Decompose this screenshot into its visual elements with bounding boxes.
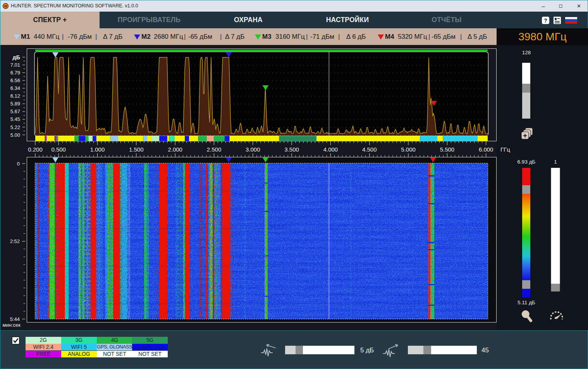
svg-text:4.000: 4.000 bbox=[323, 146, 338, 153]
svg-text:5:44: 5:44 bbox=[10, 316, 20, 322]
svg-text:0.500: 0.500 bbox=[51, 146, 66, 153]
svg-text:3.500: 3.500 bbox=[284, 146, 299, 153]
svg-text:5.45: 5.45 bbox=[10, 116, 20, 122]
svg-text:4.500: 4.500 bbox=[362, 146, 377, 153]
svg-text:1.500: 1.500 bbox=[129, 146, 144, 153]
svg-text:2.000: 2.000 bbox=[168, 146, 182, 153]
svg-text:5.67: 5.67 bbox=[10, 109, 20, 114]
svg-text:3.000: 3.000 bbox=[246, 146, 260, 153]
svg-text:H: H bbox=[4, 4, 7, 8]
svg-text:6.93 дБ: 6.93 дБ bbox=[518, 159, 536, 165]
svg-text:6.79: 6.79 bbox=[10, 70, 20, 76]
svg-text:0.200: 0.200 bbox=[28, 146, 43, 153]
svg-text:6.56: 6.56 bbox=[10, 78, 20, 83]
svg-text:5.22: 5.22 bbox=[10, 124, 20, 130]
svg-text:2.500: 2.500 bbox=[207, 146, 222, 153]
svg-text:6.000: 6.000 bbox=[479, 146, 493, 153]
svg-text:?: ? bbox=[544, 17, 547, 24]
svg-text:мин:сек: мин:сек bbox=[3, 322, 21, 328]
svg-text:дБ: дБ bbox=[12, 54, 20, 60]
svg-text:5.000: 5.000 bbox=[401, 146, 416, 153]
svg-text:6.12: 6.12 bbox=[10, 93, 20, 99]
svg-text:5.500: 5.500 bbox=[440, 146, 455, 153]
svg-text:0: 0 bbox=[17, 161, 20, 167]
svg-text:128: 128 bbox=[522, 50, 531, 55]
svg-text:6.34: 6.34 bbox=[10, 85, 20, 91]
svg-text:5.00: 5.00 bbox=[10, 132, 20, 138]
svg-text:1.000: 1.000 bbox=[90, 146, 105, 153]
svg-text:7.01: 7.01 bbox=[10, 62, 20, 68]
svg-text:5.11 дБ: 5.11 дБ bbox=[518, 300, 535, 305]
svg-text:2:52: 2:52 bbox=[10, 238, 20, 244]
svg-text:ГГц: ГГц bbox=[500, 146, 510, 153]
svg-text:1: 1 bbox=[554, 159, 557, 165]
svg-text:5.89: 5.89 bbox=[10, 101, 20, 107]
